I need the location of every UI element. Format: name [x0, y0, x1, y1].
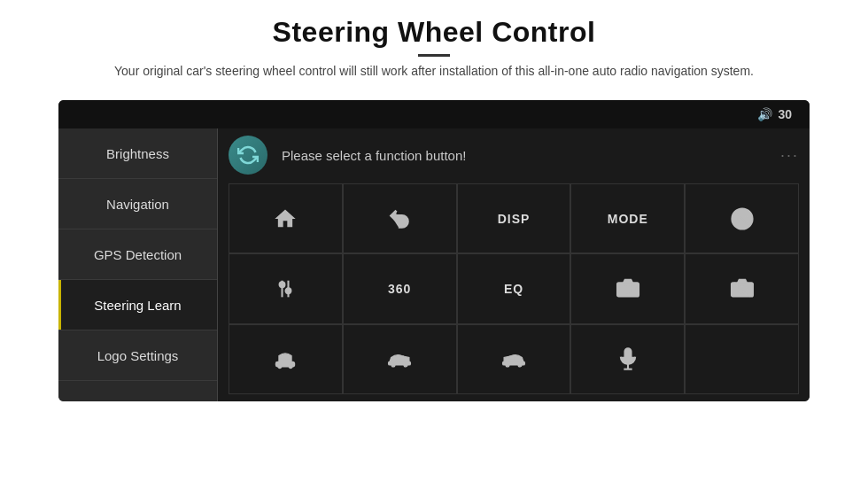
sidebar-item-steering[interactable]: Steering Learn	[58, 280, 217, 330]
svg-rect-26	[509, 356, 515, 360]
svg-point-7	[624, 285, 632, 293]
func-car-front[interactable]	[229, 324, 343, 394]
subtitle: Your original car's steering wheel contr…	[114, 62, 754, 81]
title-section: Steering Wheel Control Your original car…	[114, 16, 754, 81]
360-label: 360	[388, 282, 411, 296]
sidebar-item-navigation[interactable]: Navigation	[58, 179, 217, 229]
sidebar-item-gps[interactable]: GPS Detection	[58, 229, 217, 280]
page-title: Steering Wheel Control	[114, 16, 754, 49]
svg-point-19	[404, 363, 407, 367]
func-mic[interactable]	[570, 324, 685, 394]
main-area: Brightness Navigation GPS Detection Stee…	[58, 128, 810, 401]
disp-label: DISP	[498, 212, 531, 226]
svg-point-3	[280, 282, 285, 287]
top-bar: 🔊 30	[58, 100, 810, 128]
top-right-dots: ···	[780, 146, 799, 165]
func-disp[interactable]: DISP	[457, 183, 571, 253]
svg-point-24	[518, 363, 522, 367]
prompt-text: Please select a function button!	[282, 148, 466, 163]
page-wrapper: Steering Wheel Control Your original car…	[0, 0, 868, 482]
mode-label: MODE	[608, 212, 648, 226]
func-eq[interactable]: EQ	[457, 253, 571, 323]
title-divider	[418, 54, 450, 57]
svg-point-13	[279, 365, 283, 369]
refresh-icon[interactable]	[229, 136, 267, 175]
function-grid: DISP MODE	[229, 183, 799, 394]
svg-rect-25	[516, 357, 521, 361]
func-mode[interactable]: MODE	[570, 183, 685, 253]
svg-rect-21	[399, 356, 404, 360]
sidebar: Brightness Navigation GPS Detection Stee…	[58, 128, 218, 401]
func-360[interactable]: 360	[343, 253, 457, 323]
content-area: Please select a function button! ···	[218, 128, 810, 401]
sidebar-item-logo[interactable]: Logo Settings	[58, 330, 217, 381]
svg-point-23	[506, 363, 509, 367]
func-car-right[interactable]	[457, 324, 571, 394]
volume-value: 30	[778, 107, 792, 121]
func-empty	[685, 324, 799, 394]
prompt-row: Please select a function button! ···	[229, 136, 799, 175]
svg-point-14	[290, 365, 293, 369]
svg-rect-20	[392, 357, 397, 361]
func-car-left[interactable]	[343, 324, 457, 394]
sidebar-item-brightness[interactable]: Brightness	[58, 128, 217, 179]
device-frame: 🔊 30 Brightness Navigation GPS Detection…	[58, 100, 810, 401]
svg-rect-16	[286, 357, 290, 361]
svg-point-5	[286, 288, 291, 293]
volume-icon: 🔊	[757, 107, 772, 121]
svg-point-18	[391, 363, 395, 367]
func-back[interactable]	[343, 183, 457, 253]
svg-rect-8	[634, 285, 638, 289]
eq-label: EQ	[504, 282, 523, 296]
func-settings[interactable]	[229, 253, 343, 323]
svg-rect-15	[281, 357, 284, 361]
func-phone[interactable]	[685, 183, 799, 253]
func-camera2[interactable]	[685, 253, 799, 323]
func-camera1[interactable]	[570, 253, 685, 323]
func-home[interactable]	[229, 183, 343, 253]
